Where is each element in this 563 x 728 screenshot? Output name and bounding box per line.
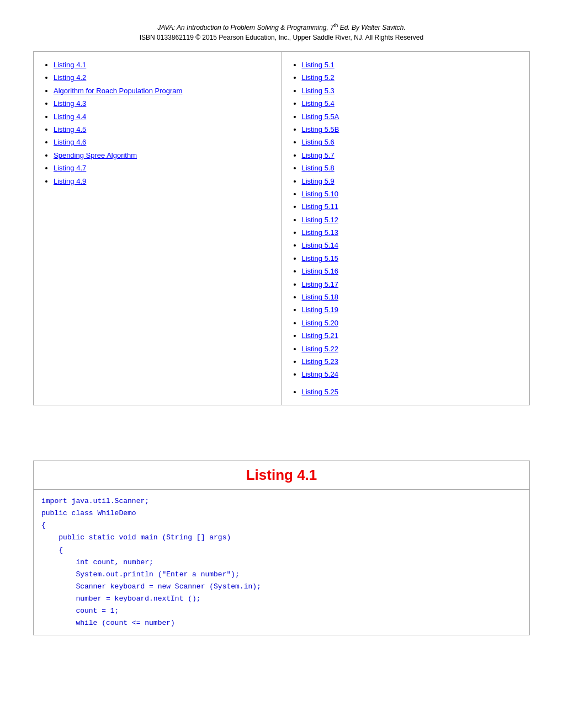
list-item: Listing 5.2 <box>302 71 521 84</box>
listing-5-1-link[interactable]: Listing 5.1 <box>302 61 334 69</box>
listing-4-5-link[interactable]: Listing 4.5 <box>54 125 86 133</box>
header-line2: ISBN 0133862119 © 2015 Pearson Education… <box>140 34 423 41</box>
list-item: Listing 5.19 <box>302 303 521 316</box>
list-item: Listing 5.5B <box>302 123 521 136</box>
listing-5-6-link[interactable]: Listing 5.6 <box>302 138 334 146</box>
header-line1: JAVA: An Introduction to Problem Solving… <box>157 24 334 31</box>
listing-5-4-link[interactable]: Listing 5.4 <box>302 99 334 108</box>
listing-5-23-link[interactable]: Listing 5.23 <box>302 357 339 366</box>
list-item: Listing 4.1 <box>54 58 273 71</box>
listing-5-10-link[interactable]: Listing 5.10 <box>302 190 339 198</box>
list-item: Listing 5.7 <box>302 149 521 162</box>
list-item: Listing 5.21 <box>302 329 521 342</box>
listing-container: Listing 4.1 import java.util.Scanner; pu… <box>33 461 530 635</box>
list-item: Listing 5.10 <box>302 188 521 200</box>
spending-spree-link[interactable]: Spending Spree Algorithm <box>54 151 137 159</box>
list-item: Spending Spree Algorithm <box>54 149 273 162</box>
listing-5-7-link[interactable]: Listing 5.7 <box>302 151 334 159</box>
left-list: Listing 4.1 Listing 4.2 Algorithm for Ro… <box>43 58 273 188</box>
list-item: Listing 5.9 <box>302 175 521 188</box>
list-item: Listing 4.3 <box>54 97 273 110</box>
list-item: Listing 5.5A <box>302 110 521 123</box>
list-item: Listing 4.2 <box>54 71 273 84</box>
listing-5-25-link[interactable]: Listing 5.25 <box>302 388 339 396</box>
listing-5-8-link[interactable]: Listing 5.8 <box>302 164 334 172</box>
listing-5-14-link[interactable]: Listing 5.14 <box>302 241 339 249</box>
listing-5-11-link[interactable]: Listing 5.11 <box>302 202 339 211</box>
listing-5-15-link[interactable]: Listing 5.15 <box>302 254 339 263</box>
page-header: JAVA: An Introduction to Problem Solving… <box>33 22 530 42</box>
listing-4-9-link[interactable]: Listing 4.9 <box>54 177 86 185</box>
list-item: Listing 5.12 <box>302 213 521 226</box>
listing-5-21-link[interactable]: Listing 5.21 <box>302 331 339 340</box>
list-item: Listing 5.18 <box>302 291 521 303</box>
list-item: Listing 4.7 <box>54 162 273 174</box>
right-list: Listing 5.1 Listing 5.2 Listing 5.3 List… <box>291 58 521 398</box>
list-item: Listing 5.15 <box>302 252 521 265</box>
list-item: Listing 5.20 <box>302 317 521 329</box>
list-item: Listing 4.6 <box>54 136 273 148</box>
listing-5-19-link[interactable]: Listing 5.19 <box>302 306 339 314</box>
list-item: Listing 5.24 <box>302 368 521 381</box>
list-item: Listing 5.13 <box>302 226 521 239</box>
list-item: Listing 5.25 <box>302 386 521 398</box>
listing-5-3-link[interactable]: Listing 5.3 <box>302 87 334 95</box>
left-column: Listing 4.1 Listing 4.2 Algorithm for Ro… <box>34 52 282 405</box>
listing-5-2-link[interactable]: Listing 5.2 <box>302 73 334 82</box>
list-item: Listing 5.1 <box>302 58 521 71</box>
listing-5-5b-link[interactable]: Listing 5.5B <box>302 125 339 133</box>
listing-5-17-link[interactable]: Listing 5.17 <box>302 280 339 288</box>
list-item: Listing 4.4 <box>54 110 273 123</box>
listing-5-9-link[interactable]: Listing 5.9 <box>302 177 334 185</box>
listing-title: Listing 4.1 <box>34 461 529 490</box>
list-item: Listing 5.17 <box>302 278 521 291</box>
list-item: Listing 5.22 <box>302 342 521 355</box>
listing-5-20-link[interactable]: Listing 5.20 <box>302 319 339 327</box>
listing-4-7-link[interactable]: Listing 4.7 <box>54 164 86 172</box>
list-item: Listing 5.3 <box>302 84 521 97</box>
header-line1-end: Ed. By Walter Savitch. <box>338 24 406 31</box>
listing-4-6-link[interactable]: Listing 4.6 <box>54 138 86 146</box>
list-item: Listing 5.11 <box>302 200 521 213</box>
list-item: Listing 5.23 <box>302 355 521 368</box>
code-block: import java.util.Scanner; public class W… <box>34 490 529 635</box>
listing-5-22-link[interactable]: Listing 5.22 <box>302 345 339 353</box>
list-item: Listing 4.5 <box>54 123 273 136</box>
list-item: Listing 5.6 <box>302 136 521 148</box>
listing-5-12-link[interactable]: Listing 5.12 <box>302 216 339 224</box>
listing-5-5a-link[interactable]: Listing 5.5A <box>302 113 339 121</box>
listing-5-16-link[interactable]: Listing 5.16 <box>302 267 339 275</box>
listing-5-13-link[interactable]: Listing 5.13 <box>302 228 339 237</box>
listing-4-4-link[interactable]: Listing 4.4 <box>54 113 86 121</box>
algorithm-roach-link[interactable]: Algorithm for Roach Population Program <box>54 87 182 95</box>
list-item: Algorithm for Roach Population Program <box>54 84 273 97</box>
listing-5-18-link[interactable]: Listing 5.18 <box>302 293 339 301</box>
list-item: Listing 5.4 <box>302 97 521 110</box>
listing-4-1-link[interactable]: Listing 4.1 <box>54 61 86 69</box>
list-item: Listing 5.16 <box>302 265 521 277</box>
navigation-table: Listing 4.1 Listing 4.2 Algorithm for Ro… <box>33 51 530 405</box>
list-item: Listing 4.9 <box>54 175 273 188</box>
listing-4-3-link[interactable]: Listing 4.3 <box>54 99 86 108</box>
list-item: Listing 5.8 <box>302 162 521 174</box>
right-column: Listing 5.1 Listing 5.2 Listing 5.3 List… <box>282 52 530 405</box>
list-item: Listing 5.14 <box>302 239 521 251</box>
listing-4-2-link[interactable]: Listing 4.2 <box>54 73 86 82</box>
listing-5-24-link[interactable]: Listing 5.24 <box>302 370 339 378</box>
